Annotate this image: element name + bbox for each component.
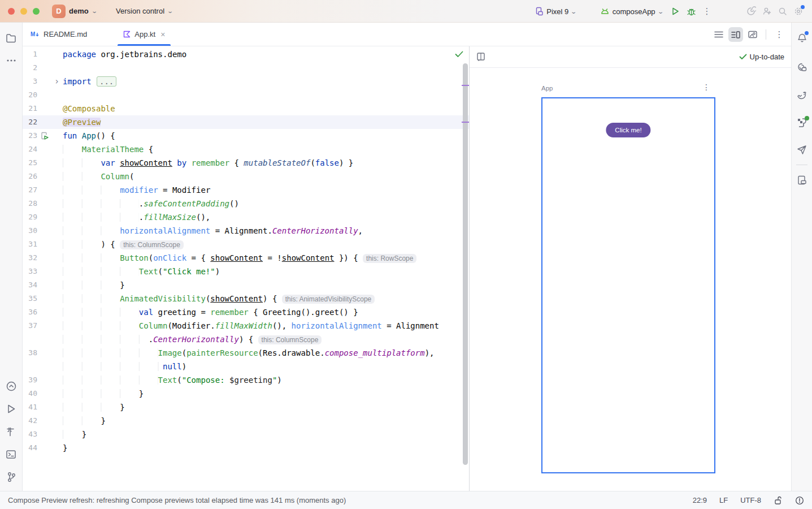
- code-line: null): [23, 360, 469, 373]
- gutter-icons: [37, 170, 63, 183]
- split-view-button[interactable]: [728, 27, 743, 42]
- lock-icon[interactable]: [774, 496, 783, 505]
- code-text[interactable]: }: [63, 387, 469, 400]
- preview-click-me-button[interactable]: Click me!: [606, 123, 650, 137]
- run-button[interactable]: [667, 3, 683, 19]
- tab-readme[interactable]: M README.md: [23, 23, 95, 46]
- gutter-icons: [37, 278, 63, 292]
- preview-device-frame: Click me!: [541, 97, 715, 473]
- inspections-ok-icon[interactable]: [455, 51, 463, 58]
- preview-sync-status[interactable]: Up-to-date: [739, 53, 784, 61]
- editor-gutter: 2: [23, 61, 63, 75]
- code-text[interactable]: .safeContentPadding(): [63, 197, 469, 210]
- gutter-icons: [37, 441, 63, 455]
- maximize-window-button[interactable]: [33, 8, 40, 15]
- code-text[interactable]: [63, 88, 469, 102]
- error-indicator-icon[interactable]: [795, 496, 804, 505]
- gradle-icon[interactable]: [793, 87, 810, 104]
- ai-assistant-icon[interactable]: [793, 59, 810, 76]
- project-widget[interactable]: D demo ⌄: [52, 5, 97, 18]
- left-tool-stripe: [0, 23, 23, 491]
- build-icon[interactable]: [3, 423, 20, 440]
- editor-gutter: 24: [23, 143, 63, 156]
- editor-gutter: 41: [23, 400, 63, 414]
- code-text[interactable]: @Composable: [63, 102, 469, 115]
- run-tool-window-icon[interactable]: [3, 400, 20, 417]
- git-branch-icon[interactable]: [3, 468, 20, 485]
- terminal-icon[interactable]: [3, 446, 20, 463]
- more-tool-windows-icon[interactable]: [3, 52, 20, 69]
- code-text[interactable]: fun App() {: [63, 129, 469, 143]
- code-text[interactable]: @Preview: [63, 115, 469, 129]
- code-text[interactable]: .fillMaxSize(),: [63, 210, 469, 224]
- code-text[interactable]: Image(painterResource(Res.drawable.compo…: [63, 346, 469, 360]
- commit-icon[interactable]: [3, 378, 20, 395]
- code-text[interactable]: Text("Compose: $greeting"): [63, 373, 469, 387]
- close-icon[interactable]: ×: [160, 30, 165, 39]
- line-number: 32: [23, 251, 37, 265]
- editor-gutter: 1: [23, 48, 63, 61]
- code-text[interactable]: null): [63, 360, 469, 373]
- add-user-icon[interactable]: [759, 3, 775, 19]
- caret-position-widget[interactable]: 22:9: [693, 496, 707, 504]
- code-text[interactable]: modifier = Modifier: [63, 183, 469, 197]
- ai-assistant-icon[interactable]: [743, 3, 759, 19]
- code-text[interactable]: package org.jetbrains.demo: [63, 48, 469, 61]
- code-text[interactable]: import ...: [63, 75, 469, 88]
- code-text[interactable]: }: [63, 278, 469, 292]
- line-separator-widget[interactable]: LF: [719, 496, 728, 504]
- code-text[interactable]: }: [63, 400, 469, 414]
- code-line: 23fun App() {: [23, 129, 469, 143]
- code-text[interactable]: }: [63, 441, 469, 455]
- device-selector[interactable]: Pixel 9 ⌄: [531, 7, 580, 16]
- minimize-window-button[interactable]: [20, 8, 27, 15]
- line-number: 33: [23, 265, 37, 278]
- close-window-button[interactable]: [8, 8, 15, 15]
- fold-chevron-icon[interactable]: ›: [54, 75, 59, 88]
- line-number: 28: [23, 197, 37, 210]
- debug-button[interactable]: [683, 3, 699, 19]
- preview-layout-icon[interactable]: [476, 52, 486, 62]
- vcs-widget[interactable]: Version control ⌄: [116, 7, 172, 15]
- device-manager-icon[interactable]: [793, 114, 810, 131]
- layout-inspector-icon[interactable]: [793, 171, 810, 188]
- code-line: 28 .safeContentPadding(): [23, 197, 469, 210]
- code-text[interactable]: ) { this: ColumnScope: [63, 238, 469, 251]
- code-text[interactable]: MaterialTheme {: [63, 143, 469, 156]
- project-folder-icon[interactable]: [3, 29, 20, 46]
- preview-toolbar: Up-to-date: [470, 46, 791, 68]
- code-text[interactable]: Column(: [63, 170, 469, 183]
- code-view-button[interactable]: [711, 27, 726, 42]
- code-text[interactable]: Column(Modifier.fillMaxWidth(), horizont…: [63, 319, 469, 333]
- editor-scrollbar[interactable]: [463, 63, 468, 465]
- more-actions-button[interactable]: ⋮: [699, 3, 715, 19]
- code-text[interactable]: Text("Click me!"): [63, 265, 469, 278]
- run-preview-gutter-icon[interactable]: [40, 131, 49, 140]
- plane-icon[interactable]: [793, 141, 810, 158]
- code-text[interactable]: horizontalAlignment = Alignment.CenterHo…: [63, 224, 469, 238]
- folded-imports[interactable]: ...: [97, 76, 116, 87]
- notifications-bell-icon[interactable]: [793, 29, 810, 46]
- settings-icon[interactable]: [791, 3, 806, 19]
- code-text[interactable]: Button(onClick = { showContent = !showCo…: [63, 251, 469, 265]
- code-text[interactable]: .CenterHorizontally) { this: ColumnScope: [63, 333, 469, 346]
- code-text[interactable]: }: [63, 414, 469, 428]
- line-number: 39: [23, 373, 37, 387]
- tab-appkt[interactable]: App.kt ×: [115, 23, 173, 46]
- code-text[interactable]: }: [63, 428, 469, 441]
- editor-more-options-button[interactable]: ⋮: [772, 27, 787, 42]
- line-number: 42: [23, 414, 37, 428]
- code-text[interactable]: AnimatedVisibility(showContent) { this: …: [63, 292, 469, 305]
- code-line: 40 }: [23, 387, 469, 400]
- encoding-widget[interactable]: UTF-8: [740, 496, 761, 504]
- gutter-icons: [37, 400, 63, 414]
- code-text[interactable]: val greeting = remember { Greeting().gre…: [63, 305, 469, 319]
- code-editor[interactable]: 1package org.jetbrains.demo23›import ...…: [23, 46, 469, 491]
- run-configuration-selector[interactable]: composeApp ⌄: [596, 7, 667, 16]
- code-text[interactable]: [63, 61, 469, 75]
- search-icon[interactable]: [775, 3, 791, 19]
- chevron-down-icon: ⌄: [91, 8, 98, 14]
- design-view-button[interactable]: [745, 27, 760, 42]
- code-text[interactable]: var showContent by remember { mutableSta…: [63, 156, 469, 170]
- preview-options-button[interactable]: ⋮: [702, 83, 710, 92]
